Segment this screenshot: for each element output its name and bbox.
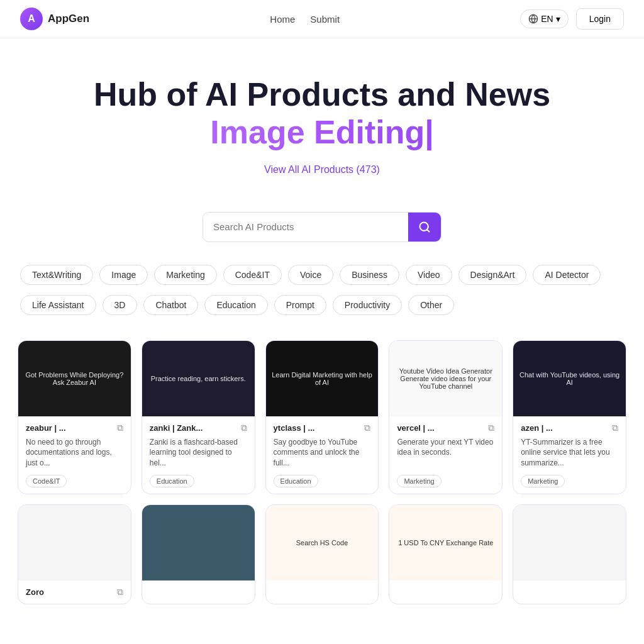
search-wrapper [203,212,441,242]
card-title-zanki: zanki | Zank... [150,423,203,433]
card-zanki: Practice reading, earn stickers.zanki | … [142,340,255,494]
card-search-hs: Search HS Code [265,504,379,604]
card-body-search-hs [266,580,379,604]
view-all-link[interactable]: View All AI Products (473) [13,164,631,175]
card-title-row-zoro: Zoro⧉ [26,587,123,597]
card-thumb-mountain [142,505,255,580]
filter-tag-code-it[interactable]: Code&IT [223,265,282,285]
card-body-zeabur: zeabur | ...⧉No need to go through docum… [18,416,131,494]
app-logo-name: AppGen [48,13,89,25]
card-thumb-zoro [18,505,131,580]
card-body-vercel: vercel | ...⧉Generate your next YT video… [389,416,502,494]
card-tag-zanki[interactable]: Education [150,475,194,487]
filter-tag-marketing[interactable]: Marketing [154,265,216,285]
search-button[interactable] [408,213,441,242]
card-thumb-ytclass: Learn Digital Marketing with help of AI [266,341,379,416]
header: A AppGen Home Submit EN ▾ Login [0,0,644,38]
card-thumb-search-hs: Search HS Code [266,505,379,580]
card-body-currency [389,580,502,604]
card-body-azen: azen | ...⧉YT-Summarizer is a free onlin… [513,416,626,494]
filter-tag-design-art[interactable]: Design&Art [458,265,527,285]
filter-tag-3d[interactable]: 3D [103,295,138,315]
card-title-row-zeabur: zeabur | ...⧉ [26,423,123,433]
filter-tag-life-assistant[interactable]: Life Assistant [20,295,96,315]
filter-tag-productivity[interactable]: Productivity [333,295,402,315]
card-zoro: Zoro⧉ [18,504,131,604]
card-title-ytclass: ytclass | ... [274,423,315,433]
card-thumb-zeabur: Got Problems While Deploying? Ask Zeabur… [18,341,131,416]
filter-tag-voice[interactable]: Voice [288,265,333,285]
external-link-icon[interactable]: ⧉ [364,423,370,433]
card-title-vercel: vercel | ... [397,423,434,433]
filter-tag-business[interactable]: Business [340,265,399,285]
card-tag-ytclass[interactable]: Education [274,475,318,487]
card-wellens [513,504,626,604]
search-input[interactable] [203,214,408,240]
app-logo-icon: A [20,8,43,30]
card-body-wellens [513,580,626,604]
filter-tag-education[interactable]: Education [204,295,267,315]
card-title-azen: azen | ... [521,423,553,433]
filter-tag-video[interactable]: Video [406,265,452,285]
filter-tag-prompt[interactable]: Prompt [274,295,326,315]
language-selector[interactable]: EN ▾ [520,9,568,28]
cards-grid: Got Problems While Deploying? Ask Zeabur… [18,340,626,604]
card-title-row-azen: azen | ...⧉ [521,423,618,433]
card-desc-ytclass: Say goodbye to YouTube comments and unlo… [274,437,371,469]
card-azen: Chat with YouTube videos, using AIazen |… [513,340,626,494]
header-right: EN ▾ Login [520,8,624,30]
card-title-zeabur: zeabur | ... [26,423,66,433]
card-title-row-zanki: zanki | Zank...⧉ [150,423,247,433]
external-link-icon[interactable]: ⧉ [488,423,494,433]
cards-section: Got Problems While Deploying? Ask Zeabur… [0,325,644,619]
external-link-icon[interactable]: ⧉ [117,423,123,433]
filter-tag-image[interactable]: Image [99,265,148,285]
external-link-icon[interactable]: ⧉ [241,423,247,433]
filter-section: Text&WritingImageMarketingCode&ITVoiceBu… [0,255,644,295]
chevron-down-icon: ▾ [556,14,560,24]
card-thumb-currency: 1 USD To CNY Exchange Rate [389,505,502,580]
hero-section: Hub of AI Products and News Image Editin… [0,38,644,194]
card-currency: 1 USD To CNY Exchange Rate [389,504,502,604]
card-title-row-vercel: vercel | ...⧉ [397,423,494,433]
lang-label: EN [541,14,553,24]
card-thumb-wellens [513,505,626,580]
nav-home[interactable]: Home [270,14,295,25]
card-tag-azen[interactable]: Marketing [521,475,565,487]
hero-subtitle: Image Editing| [13,114,631,152]
card-body-ytclass: ytclass | ...⧉Say goodbye to YouTube com… [266,416,379,494]
card-body-zoro: Zoro⧉ [18,580,131,604]
card-tag-zeabur[interactable]: Code&IT [26,475,67,487]
card-tag-vercel[interactable]: Marketing [397,475,441,487]
card-zeabur: Got Problems While Deploying? Ask Zeabur… [18,340,131,494]
external-link-icon[interactable]: ⧉ [612,423,618,433]
filter-tag-ai-detector[interactable]: AI Detector [533,265,601,285]
card-desc-zanki: Zanki is a flashcard-based learning tool… [150,437,247,469]
card-vercel: Youtube Video Idea Generator Generate vi… [389,340,502,494]
card-body-mountain [142,580,255,604]
card-ytclass: Learn Digital Marketing with help of AIy… [265,340,379,494]
logo-area: A AppGen [20,8,89,30]
card-title-row-ytclass: ytclass | ...⧉ [274,423,371,433]
card-desc-vercel: Generate your next YT video idea in seco… [397,437,494,469]
card-thumb-zanki: Practice reading, earn stickers. [142,341,255,416]
card-desc-azen: YT-Summarizer is a free online service t… [521,437,618,469]
filter-tag-other[interactable]: Other [408,295,454,315]
external-link-icon[interactable]: ⧉ [117,587,123,597]
card-thumb-vercel: Youtube Video Idea Generator Generate vi… [389,341,502,416]
card-mountain [142,504,255,604]
globe-icon [528,14,538,24]
card-thumb-azen: Chat with YouTube videos, using AI [513,341,626,416]
nav-links: Home Submit [270,14,340,25]
filter-section-2: Life Assistant3DChatbotEducationPromptPr… [0,295,644,325]
hero-title: Hub of AI Products and News [13,76,631,114]
search-section [0,194,644,255]
filter-tag-chatbot[interactable]: Chatbot [143,295,198,315]
card-desc-zeabur: No need to go through documentations and… [26,437,123,469]
login-button[interactable]: Login [576,8,624,30]
card-title-zoro: Zoro [26,587,44,597]
card-body-zanki: zanki | Zank...⧉Zanki is a flashcard-bas… [142,416,255,494]
filter-tag-text-writing[interactable]: Text&Writing [20,265,93,285]
nav-submit[interactable]: Submit [310,14,340,25]
search-icon [418,221,431,233]
